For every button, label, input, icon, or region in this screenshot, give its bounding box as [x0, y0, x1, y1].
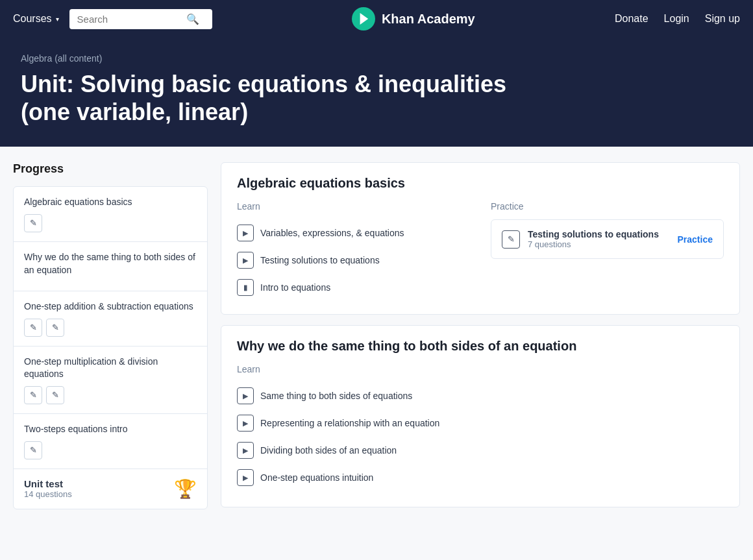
breadcrumb: Algebra (all content)	[21, 53, 732, 64]
lesson-item[interactable]: ▮ Intro to equations	[237, 274, 470, 301]
practice-questions: 7 questions	[528, 239, 670, 249]
sidebar-item-label: One-step multiplication & division equat…	[24, 356, 197, 381]
learn-label: Learn	[237, 201, 470, 212]
lesson-item[interactable]: ▶ Same thing to both sides of equations	[237, 382, 724, 409]
lesson-name: Representing a relationship with an equa…	[260, 418, 439, 428]
pencil-icon-2b[interactable]: ✎	[46, 319, 64, 337]
learn-column: Learn ▶ Variables, expressions, & equati…	[237, 201, 470, 301]
navbar: Courses ▾ 🔍 Khan Academy Donate Login Si…	[0, 0, 753, 38]
donate-link[interactable]: Donate	[615, 13, 648, 25]
site-name: Khan Academy	[382, 12, 475, 27]
practice-title: Testing solutions to equations	[528, 229, 670, 239]
lesson-list: ▶ Same thing to both sides of equations …	[237, 382, 724, 491]
lesson-item[interactable]: ▶ Dividing both sides of an equation	[237, 437, 724, 464]
practice-card[interactable]: ✎ Testing solutions to equations 7 quest…	[491, 219, 724, 259]
sidebar-item-addition-subtraction[interactable]: One-step addition & subtraction equation…	[14, 291, 207, 347]
practice-label: Practice	[491, 201, 724, 212]
lesson-item[interactable]: ▶ Variables, expressions, & equations	[237, 219, 470, 247]
sidebar-item-multiplication-division[interactable]: One-step multiplication & division equat…	[14, 347, 207, 414]
signup-link[interactable]: Sign up	[705, 13, 740, 25]
sidebar-item-icons: ✎	[24, 441, 197, 459]
main-content: Progress Algebraic equations basics ✎ Wh…	[0, 147, 753, 524]
sidebar-item-list: Algebraic equations basics ✎ Why we do t…	[13, 186, 208, 509]
nav-links: Donate Login Sign up	[615, 13, 740, 25]
sidebar-item-label: One-step addition & subtraction equation…	[24, 300, 197, 313]
practice-link[interactable]: Practice	[678, 234, 713, 245]
section-title: Algebraic equations basics	[221, 163, 739, 201]
lesson-name: Intro to equations	[260, 282, 330, 293]
progress-title: Progress	[13, 162, 208, 176]
video-icon: ▶	[237, 387, 254, 404]
sidebar-item-icons: ✎ ✎	[24, 319, 197, 337]
site-logo: Khan Academy	[223, 7, 604, 30]
unit-test-info: Unit test 14 questions	[24, 478, 72, 499]
hero-section: Algebra (all content) Unit: Solving basi…	[0, 38, 753, 147]
lesson-name: Same thing to both sides of equations	[260, 391, 412, 401]
unit-test-questions: 14 questions	[24, 489, 72, 499]
page-title: Unit: Solving basic equations & inequali…	[21, 70, 527, 126]
trophy-icon: 🏆	[174, 478, 197, 500]
lesson-name: Variables, expressions, & equations	[260, 228, 404, 238]
pencil-icon-3b[interactable]: ✎	[46, 386, 64, 404]
sidebar-item-two-step[interactable]: Two-steps equations intro ✎	[14, 414, 207, 469]
practice-column: Practice ✎ Testing solutions to equation…	[491, 201, 724, 301]
section-title: Why we do the same thing to both sides o…	[221, 326, 739, 364]
section-body: Learn ▶ Variables, expressions, & equati…	[221, 201, 739, 314]
ka-logo-icon	[352, 7, 375, 30]
learn-label: Learn	[237, 364, 724, 374]
courses-button[interactable]: Courses ▾	[13, 13, 59, 25]
sidebar-item-label: Why we do the same thing to both sides o…	[24, 251, 197, 276]
sidebar-item-icons: ✎ ✎	[24, 386, 197, 404]
lesson-item[interactable]: ▶ Representing a relationship with an eq…	[237, 409, 724, 437]
sidebar-item-icons: ✎	[24, 214, 197, 232]
section-card-why-same-thing: Why we do the same thing to both sides o…	[221, 325, 740, 507]
practice-icon: ✎	[502, 230, 520, 249]
lesson-name: Dividing both sides of an equation	[260, 445, 397, 456]
login-link[interactable]: Login	[664, 13, 689, 25]
lesson-item[interactable]: ▶ One-step equations intuition	[237, 464, 724, 491]
pencil-icon-4[interactable]: ✎	[24, 441, 42, 459]
sidebar-item-why-same-thing[interactable]: Why we do the same thing to both sides o…	[14, 242, 207, 291]
lesson-name: Testing solutions to equations	[260, 255, 380, 265]
sidebar-item-label: Algebraic equations basics	[24, 196, 197, 209]
unit-test-title: Unit test	[24, 478, 72, 489]
video-icon: ▶	[237, 442, 254, 459]
sidebar-item-label: Two-steps equations intro	[24, 423, 197, 436]
video-icon: ▶	[237, 252, 254, 269]
sidebar-item-algebraic-basics[interactable]: Algebraic equations basics ✎	[14, 187, 207, 242]
pencil-icon-2a[interactable]: ✎	[24, 319, 42, 337]
courses-label: Courses	[13, 13, 52, 25]
pencil-icon-3a[interactable]: ✎	[24, 386, 42, 404]
video-icon: ▶	[237, 469, 254, 486]
article-icon: ▮	[237, 279, 254, 296]
practice-card-info: Testing solutions to equations 7 questio…	[528, 229, 670, 249]
content-area: Algebraic equations basics Learn ▶ Varia…	[221, 162, 740, 509]
courses-chevron-icon: ▾	[56, 16, 59, 23]
lesson-item[interactable]: ▶ Testing solutions to equations	[237, 247, 470, 274]
sidebar: Progress Algebraic equations basics ✎ Wh…	[13, 162, 208, 509]
sidebar-item-unit-test[interactable]: Unit test 14 questions 🏆	[14, 469, 207, 509]
search-input[interactable]	[77, 14, 181, 25]
pencil-icon-0[interactable]: ✎	[24, 214, 42, 232]
search-icon: 🔍	[186, 13, 199, 25]
video-icon: ▶	[237, 225, 254, 241]
search-bar: 🔍	[69, 9, 212, 29]
section-body: Learn ▶ Same thing to both sides of equa…	[221, 364, 739, 507]
video-icon: ▶	[237, 415, 254, 432]
section-card-algebraic-basics: Algebraic equations basics Learn ▶ Varia…	[221, 162, 740, 315]
lesson-name: One-step equations intuition	[260, 472, 373, 483]
